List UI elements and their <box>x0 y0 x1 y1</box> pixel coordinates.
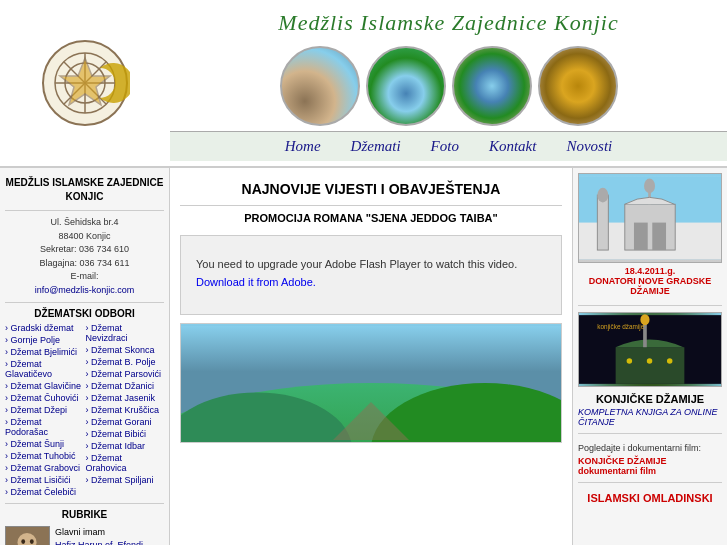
džemat-link[interactable]: Džemat Bibići <box>86 428 165 440</box>
contact-info: Ul. Šehidska br.4 88400 Konjic Sekretar:… <box>5 211 164 303</box>
džemat-link[interactable]: Gornje Polje <box>5 334 84 346</box>
džemat-link[interactable]: Džemat Podorašac <box>5 416 84 438</box>
header-image-2 <box>366 46 446 126</box>
džemat-link[interactable]: Džemat Džepi <box>5 404 84 416</box>
džemat-link[interactable]: Džemat B. Polje <box>86 356 165 368</box>
džemat-link[interactable]: Gradski džemat <box>5 322 84 334</box>
džemat-link[interactable]: Džemat Spiljani <box>86 474 165 486</box>
džemat-link[interactable]: Džemat Lisičići <box>5 474 84 486</box>
svg-point-20 <box>644 179 655 194</box>
džemat-link[interactable]: Džemat Idbar <box>86 440 165 452</box>
mosque-block-1: 18.4.2011.g. DONATORI NOVE GRADSKE DŽAMI… <box>578 173 722 306</box>
nav-bar: Home Džemati Foto Kontakt Novosti <box>170 131 727 161</box>
nav-home[interactable]: Home <box>285 138 321 155</box>
džemat-link[interactable]: Džemat Bjelimići <box>5 346 84 358</box>
flash-text: You need to upgrade your Adobe Flash Pla… <box>196 256 546 291</box>
džemat-link[interactable]: Džemat Šunji <box>5 438 84 450</box>
header-image-1 <box>280 46 360 126</box>
promo-title: PROMOCIJA ROMANA "SJENA JEDDOG TAIBA" <box>180 206 562 230</box>
mosque-photo-night: konjičke džamije <box>578 312 722 387</box>
sekretar: Sekretar: 036 734 610 <box>5 243 164 257</box>
džemat-link[interactable]: Džemat Glavičine <box>5 380 84 392</box>
film-block: Pogledajte i dokumentarni film: KONJIČKE… <box>578 440 722 483</box>
news-title: NAJNOVIJE VIJESTI I OBAVJEŠTENJA <box>180 176 562 206</box>
mosque-block-2: konjičke džamije KONJIČKE DŽAMIJE KOMPLE… <box>578 312 722 434</box>
svg-rect-21 <box>634 223 648 250</box>
flash-box: You need to upgrade your Adobe Flash Pla… <box>180 235 562 315</box>
islamski-title: ISLAMSKI OMLADINSKI <box>578 489 722 507</box>
džemat-link[interactable]: Džemat Grabovci <box>5 462 84 474</box>
email-link[interactable]: info@medzlis-konjic.com <box>35 285 135 295</box>
džemat-link[interactable]: Džemat Nevizdraci <box>86 322 165 344</box>
film-link-text[interactable]: KONJIČKE DŽAMIJE dokumentarni film <box>578 456 667 476</box>
mosque-link1: 18.4.2011.g. DONATORI NOVE GRADSKE DŽAMI… <box>578 263 722 299</box>
email-label: E-mail: <box>5 270 164 284</box>
svg-point-31 <box>667 358 672 363</box>
džemat-link[interactable]: Džemat Džanici <box>86 380 165 392</box>
site-title: Medžlis Islamske Zajednice Konjic <box>170 5 727 41</box>
džematski-title: DŽEMATSKI ODBORI <box>5 303 164 322</box>
imam-photo <box>5 526 50 545</box>
nav-novosti[interactable]: Novosti <box>566 138 612 155</box>
svg-point-12 <box>30 539 34 544</box>
džemat-link[interactable]: Džemat Kruščica <box>86 404 165 416</box>
svg-rect-23 <box>597 195 608 250</box>
address-line1: Ul. Šehidska br.4 <box>5 216 164 230</box>
imam-section: Glavni imam Hafiz Harun ef. Efendi <box>5 523 164 545</box>
rubrike-title: RUBRIKE <box>5 503 164 523</box>
blagajna: Blagajna: 036 734 611 <box>5 257 164 271</box>
org-name: MEDŽLIS ISLAMSKE ZAJEDNICE KONJIC <box>5 176 164 211</box>
islamski-block: ISLAMSKI OMLADINSKI <box>578 489 722 507</box>
logo-area <box>0 33 170 133</box>
džemat-link[interactable]: Džemat Jasenik <box>86 392 165 404</box>
džemat-link[interactable]: Džemat Gorani <box>86 416 165 428</box>
imam-name[interactable]: Hafiz Harun ef. Efendi <box>55 540 143 545</box>
džemat-link[interactable]: Džemat Čuhovići <box>5 392 84 404</box>
mosque-donors-link[interactable]: DONATORI NOVE GRADSKE DŽAMIJE <box>578 276 722 296</box>
svg-point-24 <box>597 188 608 203</box>
nav-foto[interactable]: Foto <box>431 138 459 155</box>
džemat-link[interactable]: Džemat Parsovići <box>86 368 165 380</box>
džemat-link[interactable]: Džemat Čelebiči <box>5 486 84 498</box>
svg-rect-22 <box>652 223 666 250</box>
džemat-link[interactable]: Džemat Glavatičevo <box>5 358 84 380</box>
džemat-link[interactable]: Džemat Skonca <box>86 344 165 356</box>
svg-point-11 <box>21 539 25 544</box>
left-sidebar: MEDŽLIS ISLAMSKE ZAJEDNICE KONJIC Ul. Še… <box>0 168 170 545</box>
main: MEDŽLIS ISLAMSKE ZAJEDNICE KONJIC Ul. Še… <box>0 168 727 545</box>
right-sidebar: 18.4.2011.g. DONATORI NOVE GRADSKE DŽAMI… <box>572 168 727 545</box>
svg-text:konjičke džamije: konjičke džamije <box>597 323 644 331</box>
landscape-photo <box>180 323 562 443</box>
header: Medžlis Islamske Zajednice Konjic Home D… <box>0 0 727 168</box>
film-link: KONJIČKE DŽAMIJE dokumentarni film <box>578 456 722 476</box>
film-text: Pogledajte i dokumentarni film: <box>578 440 722 456</box>
konjicke-link: KOMPLETNA KNJIGA ZA ONLINE ČITANJE <box>578 407 722 427</box>
flash-message: You need to upgrade your Adobe Flash Pla… <box>196 258 517 270</box>
nav-kontakt[interactable]: Kontakt <box>489 138 537 155</box>
mosque-date: 18.4.2011.g. <box>578 266 722 276</box>
imam-text: Glavni imam Hafiz Harun ef. Efendi <box>55 526 143 545</box>
imam-title: Glavni imam <box>55 526 143 539</box>
flash-download-link[interactable]: Download it from Adobe. <box>196 276 316 288</box>
center-content: NAJNOVIJE VIJESTI I OBAVJEŠTENJA PROMOCI… <box>170 168 572 545</box>
address-line2: 88400 Konjic <box>5 230 164 244</box>
header-images <box>170 41 727 131</box>
header-image-3 <box>452 46 532 126</box>
džemat-link[interactable]: Džemat Tuhobić <box>5 450 84 462</box>
konjicke-title: KONJIČKE DŽAMIJE <box>578 391 722 407</box>
svg-rect-19 <box>625 204 675 250</box>
org-name-text: MEDŽLIS ISLAMSKE ZAJEDNICE KONJIC <box>6 177 164 202</box>
džemat-link[interactable]: Džemat Orahovica <box>86 452 165 474</box>
konjicke-book-link[interactable]: KOMPLETNA KNJIGA ZA ONLINE ČITANJE <box>578 407 718 427</box>
svg-point-30 <box>647 358 652 363</box>
svg-rect-26 <box>616 347 685 384</box>
logo-icon <box>40 38 130 128</box>
džemati-left-col: Gradski džematGornje PoljeDžemat Bjelimi… <box>5 322 84 498</box>
džemati-columns: Gradski džematGornje PoljeDžemat Bjelimi… <box>5 322 164 498</box>
header-image-4 <box>538 46 618 126</box>
header-right: Medžlis Islamske Zajednice Konjic Home D… <box>170 5 727 161</box>
mosque-photo-top <box>578 173 722 263</box>
džemati-right-col: Džemat NevizdraciDžemat SkoncaDžemat B. … <box>86 322 165 498</box>
svg-point-29 <box>627 358 632 363</box>
nav-džemati[interactable]: Džemati <box>351 138 401 155</box>
